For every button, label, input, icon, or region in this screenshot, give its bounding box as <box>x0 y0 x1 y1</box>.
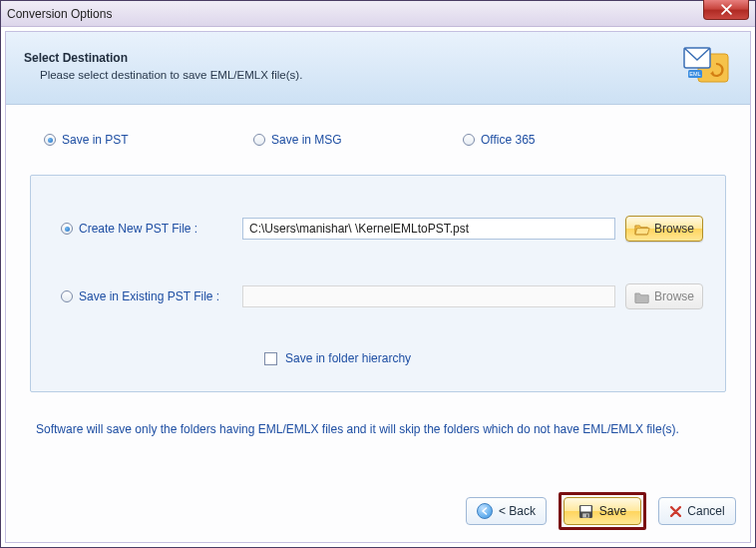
save-button[interactable]: Save <box>564 497 641 525</box>
body-panel: Save in PST Save in MSG Office 365 <box>6 105 750 542</box>
hierarchy-row: Save in folder hierarchy <box>264 351 703 365</box>
radio-label: Save in PST <box>62 133 129 147</box>
hierarchy-checkbox[interactable] <box>264 352 277 365</box>
window-title: Conversion Options <box>7 7 112 21</box>
content-area: Select Destination Please select destina… <box>1 27 755 547</box>
svg-text:EML: EML <box>689 71 700 77</box>
existing-row: Save in Existing PST File : Browse <box>61 283 703 309</box>
existing-pst-path-input <box>242 285 615 307</box>
svg-rect-7 <box>586 514 588 517</box>
header-panel: Select Destination Please select destina… <box>6 32 750 105</box>
radio-office-365[interactable]: Office 365 <box>463 133 672 147</box>
cancel-label: Cancel <box>687 504 724 518</box>
radio-existing-pst[interactable]: Save in Existing PST File : <box>61 289 232 303</box>
hierarchy-label: Save in folder hierarchy <box>285 351 411 365</box>
back-label: < Back <box>499 504 536 518</box>
back-button[interactable]: < Back <box>466 497 547 525</box>
save-highlight-frame: Save <box>559 492 646 530</box>
radio-create-new-pst[interactable]: Create New PST File : <box>61 222 232 236</box>
radio-label: Office 365 <box>481 133 535 147</box>
radio-icon <box>61 223 73 235</box>
browse-label: Browse <box>654 222 694 236</box>
dialog-window: Conversion Options Select Destination Pl… <box>0 0 756 548</box>
eml-envelope-icon: EML <box>680 44 732 88</box>
note-text: Software will save only the folders havi… <box>36 422 726 436</box>
arrow-left-icon <box>477 503 493 519</box>
radio-icon <box>61 290 73 302</box>
folder-icon <box>634 290 650 303</box>
radio-icon <box>44 134 56 146</box>
radio-label: Save in MSG <box>271 133 342 147</box>
titlebar: Conversion Options <box>1 1 755 27</box>
browse-existing-button: Browse <box>625 283 703 309</box>
browse-label: Browse <box>654 289 694 303</box>
radio-save-in-pst[interactable]: Save in PST <box>44 133 253 147</box>
radio-label: Save in Existing PST File : <box>79 289 219 303</box>
svg-rect-6 <box>582 513 589 517</box>
header-title: Select Destination <box>24 51 302 65</box>
browse-new-button[interactable]: Browse <box>625 216 703 242</box>
footer-buttons: < Back Save <box>466 492 736 530</box>
radio-icon <box>253 134 265 146</box>
new-pst-path-input[interactable]: C:\Users\manishar\ \KernelEMLtoPST.pst <box>242 218 615 240</box>
create-new-row: Create New PST File : C:\Users\manishar\… <box>61 216 703 242</box>
save-label: Save <box>599 504 626 518</box>
header-subtitle: Please select destination to save EML/EM… <box>40 69 302 81</box>
close-icon <box>721 4 732 15</box>
cancel-button[interactable]: Cancel <box>658 497 736 525</box>
destination-radio-row: Save in PST Save in MSG Office 365 <box>44 133 726 147</box>
radio-label: Create New PST File : <box>79 222 197 236</box>
svg-rect-5 <box>580 505 590 511</box>
floppy-disk-icon <box>578 504 593 519</box>
close-button[interactable] <box>703 0 749 20</box>
cancel-x-icon <box>669 505 681 517</box>
pst-options-group: Create New PST File : C:\Users\manishar\… <box>30 175 726 392</box>
radio-save-in-msg[interactable]: Save in MSG <box>253 133 463 147</box>
folder-open-icon <box>634 223 650 236</box>
inner-panel: Select Destination Please select destina… <box>5 31 751 543</box>
radio-icon <box>463 134 475 146</box>
header-text: Select Destination Please select destina… <box>24 51 302 81</box>
